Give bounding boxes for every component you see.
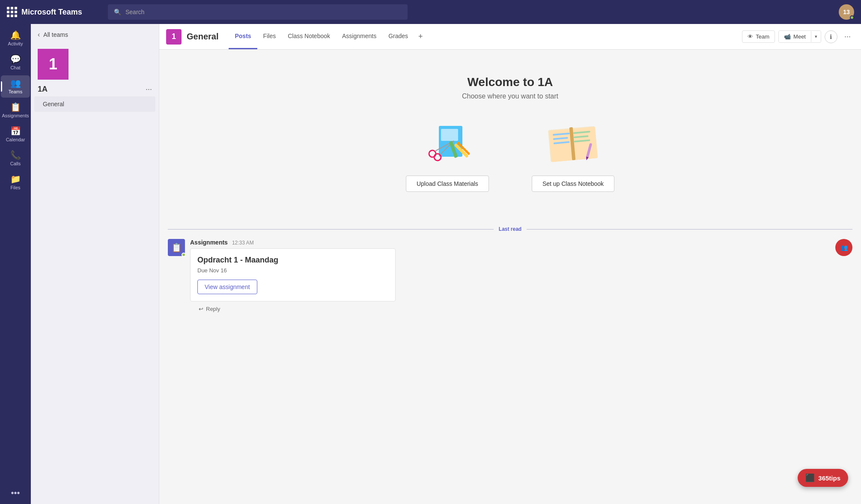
svg-point-5: [434, 154, 441, 161]
tab-bar: 1 General Posts Files Class Notebook Ass…: [159, 24, 861, 50]
assignments-icon: 📋: [10, 103, 21, 111]
search-input[interactable]: [125, 9, 402, 15]
team-avatar: 1: [38, 49, 69, 80]
teams-label: Teams: [9, 89, 22, 94]
tips-label: 365tips: [818, 474, 840, 482]
calendar-icon: 📅: [10, 127, 21, 135]
all-teams-back[interactable]: ‹ All teams: [31, 24, 159, 45]
main-layout: 🔔 Activity 💬 Chat 👥 Teams 📋 Assignments …: [0, 24, 861, 504]
tab-nav: Posts Files Class Notebook Assignments G…: [229, 24, 427, 49]
sidebar-item-more[interactable]: •••: [1, 485, 30, 501]
files-icon: 📁: [10, 175, 21, 183]
sidebar: 🔔 Activity 💬 Chat 👥 Teams 📋 Assignments …: [0, 24, 31, 504]
sidebar-item-calendar[interactable]: 📅 Calendar: [1, 123, 30, 146]
team-badge: 1: [166, 29, 182, 45]
sidebar-item-calls[interactable]: 📞 Calls: [1, 147, 30, 170]
last-read-divider: Last read: [159, 226, 861, 232]
meet-button-group: 📹 Meet ▾: [778, 30, 821, 43]
reply-label: Reply: [206, 306, 220, 312]
chat-label: Chat: [10, 65, 20, 70]
info-button[interactable]: ℹ: [825, 30, 837, 43]
upload-materials-button[interactable]: Upload Class Materials: [406, 176, 489, 192]
sidebar-item-files[interactable]: 📁 Files: [1, 171, 30, 194]
reply-arrow-icon: ↩: [199, 306, 203, 312]
assignment-title: Opdracht 1 - Maandag: [197, 256, 388, 265]
video-icon: 📹: [784, 33, 791, 40]
message-time: 12:33 AM: [232, 240, 254, 246]
activity-label: Activity: [8, 41, 23, 46]
last-read-label: Last read: [499, 226, 521, 232]
team-name: 1A: [38, 85, 48, 94]
sidebar-item-activity[interactable]: 🔔 Activity: [1, 27, 30, 50]
notebook-illustration: [543, 117, 603, 169]
office-icon: ⬛: [805, 473, 815, 483]
upload-illustration: [417, 117, 477, 169]
team-button[interactable]: 👁 Team: [742, 30, 775, 43]
calendar-label: Calendar: [6, 137, 25, 142]
messages-area: 📋 Assignments 12:33 AM Opdracht 1 - Maan…: [159, 239, 861, 325]
more-icon: •••: [11, 489, 20, 497]
content-scroll: Welcome to 1A Choose where you want to s…: [159, 50, 861, 504]
more-options-button[interactable]: ···: [841, 30, 854, 43]
divider-line-left: [168, 229, 494, 230]
search-bar[interactable]: 🔍: [108, 4, 408, 20]
teams-panel: ‹ All teams 1 1A ··· General: [31, 24, 159, 504]
user-avatar[interactable]: 13: [839, 4, 854, 20]
calls-icon: 📞: [10, 151, 21, 159]
sidebar-item-teams[interactable]: 👥 Teams: [1, 75, 30, 98]
search-icon: 🔍: [114, 9, 121, 15]
recipient-avatar: 👥: [835, 239, 852, 256]
upload-materials-card: Upload Class Materials: [406, 117, 489, 192]
tab-assignments[interactable]: Assignments: [336, 24, 382, 49]
tab-posts[interactable]: Posts: [229, 24, 257, 49]
message-content: Assignments 12:33 AM Opdracht 1 - Maanda…: [190, 239, 830, 301]
app-title: Microsoft Teams: [21, 8, 82, 17]
message-row-right: 👥: [835, 239, 852, 256]
all-teams-label: All teams: [43, 31, 68, 38]
welcome-title: Welcome to 1A: [467, 75, 553, 89]
message-sender: Assignments: [190, 239, 228, 246]
topbar-right: 13: [839, 4, 854, 20]
sidebar-item-assignments[interactable]: 📋 Assignments: [1, 99, 30, 122]
calls-label: Calls: [10, 161, 21, 166]
waffle-icon[interactable]: [7, 7, 17, 17]
welcome-subtitle: Choose where you want to start: [462, 92, 558, 100]
divider-line-right: [527, 229, 852, 230]
topbar: Microsoft Teams 🔍 13: [0, 0, 861, 24]
tips-badge[interactable]: ⬛ 365tips: [798, 469, 848, 487]
files-label: Files: [10, 185, 20, 190]
meet-dropdown-button[interactable]: ▾: [811, 31, 821, 42]
reply-row[interactable]: ↩ Reply: [190, 301, 852, 316]
content-area: 1 General Posts Files Class Notebook Ass…: [159, 24, 861, 504]
add-tab-button[interactable]: +: [414, 24, 427, 49]
view-assignment-button[interactable]: View assignment: [197, 280, 257, 294]
assignment-due: Due Nov 16: [197, 267, 388, 274]
eye-icon: 👁: [748, 33, 753, 40]
team-name-row: 1A ···: [31, 80, 159, 95]
app-logo: Microsoft Teams: [7, 7, 101, 17]
channel-title: General: [187, 32, 218, 42]
sidebar-item-chat[interactable]: 💬 Chat: [1, 51, 30, 74]
activity-icon: 🔔: [10, 31, 21, 39]
online-indicator: [182, 253, 186, 257]
sender-avatar: 📋: [168, 239, 185, 256]
notebook-card: Set up Class Notebook: [532, 117, 614, 192]
assignments-label: Assignments: [2, 113, 29, 118]
tab-grades[interactable]: Grades: [382, 24, 414, 49]
team-options-button[interactable]: ···: [146, 85, 152, 94]
tab-bar-right: 👁 Team 📹 Meet ▾ ℹ ···: [742, 30, 854, 43]
back-arrow-icon: ‹: [38, 31, 40, 39]
chat-icon: 💬: [10, 55, 21, 63]
setup-notebook-button[interactable]: Set up Class Notebook: [532, 176, 614, 192]
svg-rect-1: [441, 129, 458, 141]
tab-files[interactable]: Files: [257, 24, 282, 49]
channel-general[interactable]: General: [34, 96, 155, 112]
status-indicator: [850, 15, 854, 20]
teams-icon: 👥: [10, 79, 21, 87]
welcome-actions: Upload Class Materials: [406, 117, 614, 192]
welcome-section: Welcome to 1A Choose where you want to s…: [159, 50, 861, 226]
meet-now-button[interactable]: 📹 Meet: [779, 31, 811, 42]
message-card: Opdracht 1 - Maandag Due Nov 16 View ass…: [190, 248, 396, 301]
tab-class-notebook[interactable]: Class Notebook: [282, 24, 336, 49]
message-header: Assignments 12:33 AM: [190, 239, 830, 246]
